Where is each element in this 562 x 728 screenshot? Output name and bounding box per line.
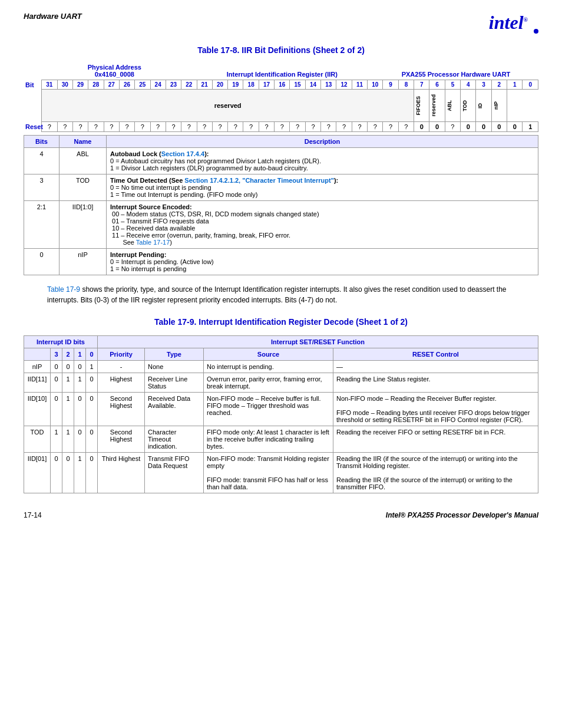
table-row: 2:1 IID[1:0] Interrupt Source Encoded: 0… — [24, 201, 538, 249]
b2-col: 2 — [62, 348, 74, 361]
table-row: IID[01] 0010 Third Highest Transmit FIFO… — [24, 453, 538, 493]
b1-col: 1 — [74, 348, 86, 361]
physical-address-header: Physical Address 0x4160_0008 — [38, 64, 191, 78]
intel-logo: intel® — [489, 12, 538, 34]
register-map: Physical Address 0x4160_0008 Interrupt I… — [24, 64, 538, 132]
document-title: Hardware UART — [24, 12, 82, 21]
table-row: 3 TOD Time Out Detected (See Section 17.… — [24, 174, 538, 201]
priority-col: Priority — [98, 348, 145, 361]
interrupt-id-header: Interrupt ID bits — [24, 336, 98, 348]
bit-description-table: Bits Name Description 4 ABL Autobaud Loc… — [24, 135, 538, 275]
id-col — [24, 348, 51, 361]
interrupt-decode-table: Interrupt ID bits Interrupt SET/RESET Fu… — [24, 335, 538, 493]
interrupt-set-reset-header: Interrupt SET/RESET Function — [98, 336, 538, 348]
body-text: Table 17-9 shows the priority, type, and… — [47, 284, 515, 305]
table2-sub-header: 3 2 1 0 Priority Type Source RESET Contr… — [24, 348, 538, 361]
bit-numbers-row: Bit 31 30 29 28 27 26 25 24 23 22 21 20 … — [24, 80, 538, 90]
bit-map-table: Bit 31 30 29 28 27 26 25 24 23 22 21 20 … — [24, 80, 538, 132]
bit-function-row: reserved FIFOES reserved ABL TOD ID nIP — [24, 90, 538, 122]
type-col: Type — [145, 348, 204, 361]
table-row: nIP 0001 - None No interrupt is pending.… — [24, 361, 538, 373]
document-name: Intel® PXA255 Processor Developer's Manu… — [386, 511, 538, 519]
name-col-header: Name — [59, 136, 107, 148]
source-col: Source — [204, 348, 333, 361]
page-number: 17-14 — [24, 511, 42, 519]
b0-col: 0 — [86, 348, 98, 361]
b3-col: 3 — [51, 348, 62, 361]
pxa-header: PXA255 Processor Hardware UART — [373, 71, 538, 78]
reset-row: Reset ?? ?? ?? ?? ?? ?? ?? ?? ?? ?? ?? ?… — [24, 122, 538, 132]
table-row: 0 nIP Interrupt Pending: 0 = Interrupt i… — [24, 249, 538, 275]
table-row: IID[11] 0110 Highest Receiver Line Statu… — [24, 373, 538, 393]
table2-title: Table 17-9. Interrupt Identification Reg… — [24, 317, 538, 327]
page-footer: 17-14 Intel® PXA255 Processor Developer'… — [24, 511, 538, 519]
table-row: TOD 1100 Second Highest Character Timeou… — [24, 426, 538, 453]
table-row: IID[10] 0100 Second Highest Received Dat… — [24, 393, 538, 426]
table1-title: Table 17-8. IIR Bit Definitions (Sheet 2… — [24, 45, 538, 55]
iir-header: Interrupt Identification Register (IIR) — [191, 71, 373, 78]
bits-col-header: Bits — [24, 136, 59, 148]
page-header: Hardware UART intel® — [24, 12, 538, 34]
reset-col: RESET Control — [333, 348, 538, 361]
table2-main-header: Interrupt ID bits Interrupt SET/RESET Fu… — [24, 336, 538, 348]
desc-col-header: Description — [107, 136, 538, 148]
table-row: 4 ABL Autobaud Lock (Section 17.4.4): 0 … — [24, 148, 538, 174]
